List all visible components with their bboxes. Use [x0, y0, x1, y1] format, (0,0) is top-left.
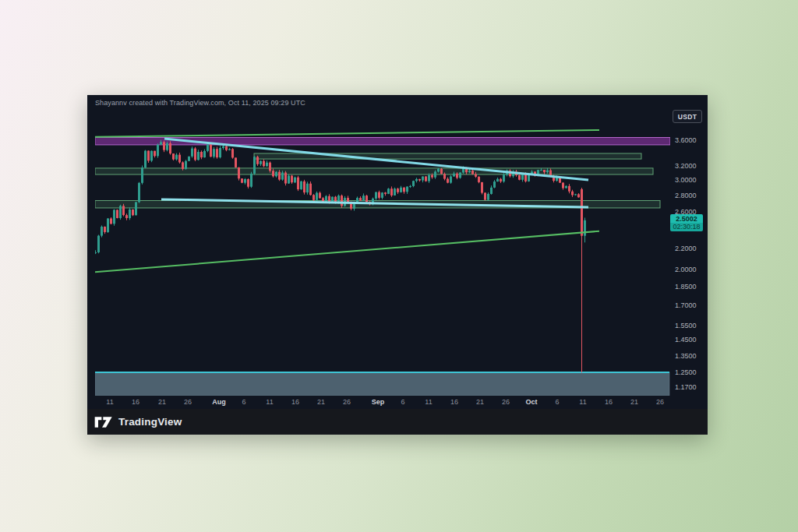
candle-body	[294, 178, 296, 182]
candle-body	[278, 172, 281, 180]
candle-body	[406, 187, 408, 192]
candle-body	[116, 210, 118, 218]
candle-body	[471, 171, 474, 174]
time-tick: 26	[343, 398, 351, 406]
candle-body	[284, 173, 287, 184]
candle-body	[475, 174, 477, 177]
supply-zone-green-upper[interactable]	[254, 153, 641, 159]
candle-body	[484, 193, 486, 200]
candle-body	[481, 182, 483, 193]
ascending-green-trendline[interactable]	[95, 231, 599, 273]
time-tick: 6	[401, 398, 404, 406]
chart-plot[interactable]	[95, 109, 670, 396]
candle-body	[412, 181, 415, 186]
time-tick: 11	[579, 398, 586, 406]
attribution-text: Shayannv created with TradingView.com, O…	[95, 99, 305, 107]
candle-body	[216, 149, 218, 157]
price-tick: 3.6000	[675, 136, 697, 144]
candle-body	[493, 181, 496, 188]
candle-body	[157, 145, 159, 156]
candle-body	[577, 194, 580, 197]
candle-body	[188, 157, 190, 161]
candle-body	[431, 175, 433, 178]
time-tick: 11	[266, 398, 273, 406]
candle-body	[409, 186, 411, 187]
candle-body	[378, 192, 380, 198]
tradingview-logo-icon[interactable]	[94, 416, 113, 428]
time-tick-month: Sep	[372, 398, 385, 406]
candle-body	[425, 176, 427, 181]
candle-body	[97, 236, 100, 252]
candlestick-chart	[95, 109, 670, 396]
price-axis[interactable]: 2.5002 02:30:18 3.60003.20003.00002.8000…	[670, 95, 708, 408]
candle-body	[394, 188, 396, 196]
time-tick: 21	[630, 398, 638, 406]
candle-body	[468, 171, 471, 172]
candle-body	[231, 149, 234, 157]
time-tick-month: Oct	[525, 398, 537, 406]
candle-body	[150, 151, 153, 161]
time-tick: 11	[106, 398, 113, 406]
candle-body	[166, 143, 168, 150]
price-tick: 1.3500	[675, 352, 697, 360]
candle-body	[447, 179, 449, 183]
support-zone-slate[interactable]	[95, 372, 669, 396]
candle-body	[244, 179, 246, 183]
candle-body	[487, 194, 489, 200]
candle-body	[238, 167, 240, 178]
time-tick: 21	[317, 398, 325, 406]
candle-body	[225, 146, 228, 150]
candle-body	[135, 202, 137, 215]
candle-body	[119, 206, 122, 218]
candle-body	[275, 172, 277, 177]
candle-body	[266, 163, 268, 167]
price-tick: 1.7000	[675, 301, 697, 309]
candle-body	[235, 157, 237, 167]
price-tick: 1.4500	[675, 336, 697, 344]
tradingview-brand[interactable]: TradingView	[118, 416, 182, 428]
candle-body	[387, 188, 390, 194]
candle-body	[247, 179, 249, 187]
candle-body	[422, 176, 424, 180]
candle-body	[365, 196, 368, 202]
candle-body	[101, 227, 103, 236]
candle-body	[496, 179, 499, 181]
candle-body	[213, 149, 215, 157]
time-tick: 6	[555, 398, 559, 406]
price-tick: 2.0000	[675, 266, 697, 273]
candle-body	[141, 167, 143, 183]
time-tick: 26	[502, 398, 510, 406]
upper-green-trendline[interactable]	[95, 130, 599, 137]
candle-body	[241, 178, 243, 182]
price-tick: 2.8000	[675, 192, 697, 199]
candle-body	[222, 146, 224, 148]
candle-body	[175, 155, 178, 160]
supply-zone-green-mid[interactable]	[95, 168, 653, 174]
candle-body	[250, 174, 252, 187]
last-price-label: 2.5002 02:30:18	[670, 214, 703, 231]
candle-body	[185, 161, 187, 169]
candle-body	[210, 144, 212, 157]
candle-body	[263, 161, 265, 167]
candle-body	[303, 181, 305, 192]
candle-body	[403, 188, 405, 192]
candle-body	[400, 188, 402, 192]
candle-body	[125, 215, 128, 218]
candle-body	[478, 177, 480, 182]
last-price-value: 2.5002	[670, 214, 703, 223]
candle-body	[288, 176, 290, 184]
candle-body	[138, 183, 140, 203]
tradingview-snapshot-panel: Shayannv created with TradingView.com, O…	[87, 95, 708, 435]
price-tick: 3.2000	[675, 162, 697, 170]
candle-body	[253, 157, 256, 174]
candle-body	[450, 176, 452, 182]
time-axis[interactable]: 11162126Aug611162126Sep611162126Oct61116…	[87, 396, 670, 409]
candle-body	[490, 188, 493, 194]
time-tick: 11	[425, 398, 432, 406]
candle-body	[306, 184, 309, 192]
candle-body	[191, 149, 193, 157]
candle-body	[546, 171, 549, 173]
candle-body	[172, 153, 175, 160]
candle-body	[203, 151, 206, 157]
candle-body	[381, 192, 383, 198]
